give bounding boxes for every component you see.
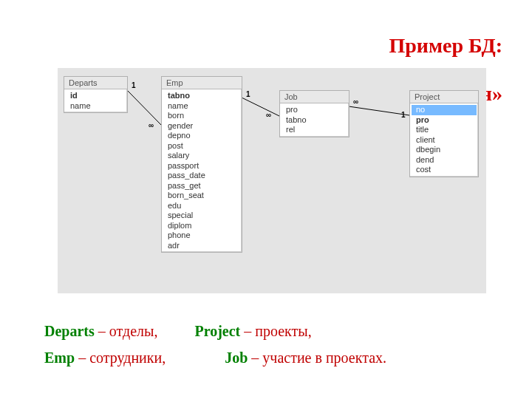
field-emp-special: special	[163, 211, 240, 221]
field-job-pro: pro	[282, 105, 347, 115]
card-departs-one: 1	[132, 81, 136, 89]
legend-job: Job – участие в проектах.	[225, 344, 386, 371]
field-job-tabno: tabno	[282, 115, 347, 126]
er-canvas: 1 ∞ 1 ∞ 1 ∞ Departs id name Emp tabno na…	[58, 68, 486, 293]
table-emp[interactable]: Emp tabno name born gender depno post sa…	[161, 76, 242, 253]
card-emp-many: ∞	[266, 111, 271, 119]
field-job-rel: rel	[282, 125, 347, 135]
table-departs-header: Departs	[64, 77, 127, 89]
field-emp-salary: salary	[163, 151, 240, 161]
legend-job-label: Job	[225, 349, 248, 366]
svg-line-1	[242, 98, 279, 116]
legend-emp-desc: – сотрудники,	[78, 349, 166, 366]
legend: Departs – отделы, Project – проекты, Emp…	[44, 318, 488, 371]
svg-line-2	[349, 106, 409, 115]
table-departs-fields: id name	[64, 89, 127, 112]
legend-project-desc: – проекты,	[244, 323, 311, 339]
field-departs-id: id	[66, 91, 126, 101]
title-line1: Пример БД:	[389, 34, 502, 57]
table-project-header: Project	[410, 91, 478, 103]
field-emp-edu: edu	[163, 201, 240, 211]
field-emp-post: post	[163, 141, 240, 151]
legend-departs-label: Departs	[44, 323, 95, 339]
card-emp-one: 1	[246, 90, 250, 98]
table-departs[interactable]: Departs id name	[64, 76, 128, 113]
table-job-header: Job	[280, 91, 349, 103]
field-emp-phone: phone	[163, 231, 240, 241]
card-project-many: ∞	[353, 98, 358, 106]
field-emp-gender: gender	[163, 121, 240, 132]
field-emp-depno: depno	[163, 131, 240, 141]
legend-departs: Departs – отделы,	[44, 318, 157, 344]
svg-line-0	[127, 90, 161, 125]
table-project[interactable]: Project no pro title client dbegin dend …	[409, 90, 479, 177]
card-project-one: 1	[401, 111, 406, 119]
legend-project: Project – проекты,	[194, 318, 311, 344]
field-emp-born: born	[163, 111, 240, 121]
field-project-title: title	[412, 125, 477, 135]
field-departs-name: name	[66, 101, 126, 112]
table-emp-fields: tabno name born gender depno post salary…	[162, 89, 242, 252]
field-emp-name: name	[163, 101, 240, 112]
legend-emp: Emp – сотрудники,	[44, 344, 166, 371]
field-emp-born_seat: born_seat	[163, 191, 240, 201]
legend-departs-desc: – отделы,	[98, 323, 158, 339]
field-emp-tabno: tabno	[163, 91, 240, 101]
table-job-fields: pro tabno rel	[280, 103, 349, 137]
field-emp-diplom: diplom	[163, 221, 240, 231]
field-emp-pass_get: pass_get	[163, 181, 240, 191]
legend-project-label: Project	[194, 323, 240, 339]
field-project-client: client	[412, 135, 477, 146]
field-emp-pass_date: pass_date	[163, 171, 240, 181]
field-project-dbegin: dbegin	[412, 145, 477, 155]
field-emp-adr: adr	[163, 241, 240, 251]
field-emp-passport: passport	[163, 161, 240, 171]
legend-job-desc: – участие в проектах.	[251, 349, 386, 366]
table-emp-header: Emp	[162, 77, 242, 89]
card-departs-many: ∞	[149, 121, 154, 129]
table-job[interactable]: Job pro tabno rel	[279, 90, 349, 137]
field-project-cost: cost	[412, 165, 477, 175]
legend-emp-label: Emp	[44, 349, 75, 366]
field-project-no: no	[412, 105, 477, 115]
field-project-pro: pro	[412, 115, 477, 126]
field-project-dend: dend	[412, 155, 477, 166]
table-project-fields: no pro title client dbegin dend cost	[410, 103, 478, 177]
